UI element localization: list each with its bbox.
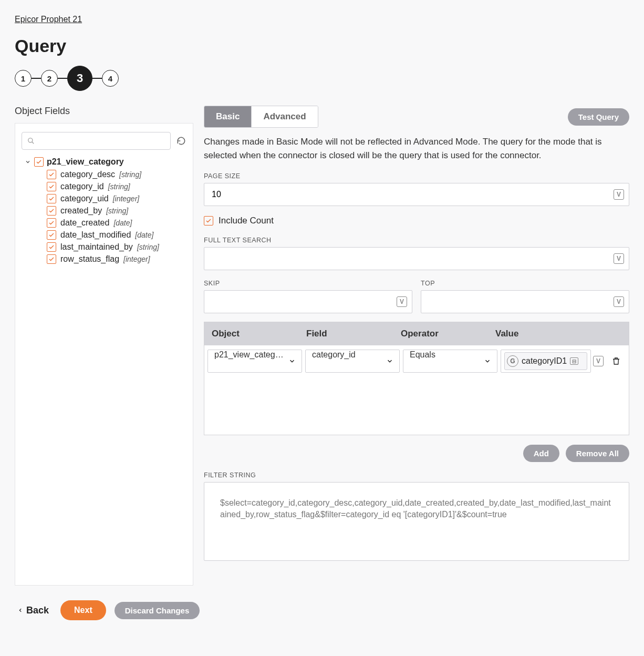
- skip-input[interactable]: [204, 290, 412, 313]
- checkbox-field[interactable]: [47, 254, 56, 264]
- th-field: Field: [299, 322, 393, 345]
- tree-child[interactable]: date_created [date]: [47, 218, 186, 228]
- filter-string-label: FILTER STRING: [204, 472, 629, 479]
- variable-chip-full-text[interactable]: V: [614, 253, 624, 264]
- mode-info-text: Changes made in Basic Mode will not be r…: [204, 135, 629, 162]
- tab-basic[interactable]: Basic: [204, 106, 251, 127]
- filter-field-select[interactable]: category_id: [305, 350, 400, 373]
- tree-child[interactable]: created_by [string]: [47, 206, 186, 216]
- full-text-label: FULL TEXT SEARCH: [204, 237, 629, 244]
- checkbox-field[interactable]: [47, 206, 56, 216]
- field-name: date_created: [60, 218, 109, 228]
- full-text-input[interactable]: [204, 247, 629, 270]
- object-fields-title: Object Fields: [15, 106, 193, 117]
- back-button[interactable]: Back: [15, 601, 52, 620]
- tree-root-label: p21_view_category: [47, 157, 124, 167]
- page-size-label: PAGE SIZE: [204, 172, 629, 180]
- search-input-wrap[interactable]: [22, 132, 171, 150]
- filter-object-select[interactable]: p21_view_catego…: [207, 350, 302, 373]
- chevron-down-icon[interactable]: [25, 159, 31, 165]
- field-name: created_by: [60, 206, 102, 216]
- test-query-button[interactable]: Test Query: [568, 108, 629, 126]
- discard-button[interactable]: Discard Changes: [115, 602, 200, 619]
- tree-child[interactable]: category_uid [integer]: [47, 194, 186, 203]
- trash-icon[interactable]: [611, 356, 621, 366]
- add-button[interactable]: Add: [523, 445, 559, 462]
- mode-tabs: Basic Advanced: [204, 106, 318, 128]
- include-count-label: Include Count: [219, 216, 274, 226]
- checkbox-field[interactable]: [47, 230, 56, 240]
- field-type: [string]: [119, 170, 141, 179]
- filter-value-text: categoryID1: [522, 356, 567, 366]
- tree-child[interactable]: category_desc [string]: [47, 170, 186, 179]
- tab-advanced[interactable]: Advanced: [251, 106, 317, 127]
- field-type: [string]: [137, 243, 159, 251]
- back-label: Back: [26, 605, 49, 616]
- search-input[interactable]: [39, 137, 165, 145]
- field-name: row_status_flag: [60, 254, 119, 264]
- checkbox-field[interactable]: [47, 218, 56, 228]
- field-name: date_last_modified: [60, 230, 131, 240]
- field-name: category_desc: [60, 170, 115, 179]
- expand-icon[interactable]: ⊟: [570, 357, 578, 365]
- checkbox-field[interactable]: [47, 194, 56, 203]
- field-name: category_uid: [60, 194, 109, 203]
- tree-child[interactable]: last_maintained_by [string]: [47, 242, 186, 252]
- refresh-icon[interactable]: [176, 136, 186, 146]
- variable-chip-top[interactable]: V: [614, 296, 624, 307]
- filter-value-input[interactable]: G categoryID1 ⊟: [501, 350, 591, 373]
- th-object: Object: [204, 322, 299, 345]
- chevron-left-icon: [18, 607, 23, 614]
- remove-all-button[interactable]: Remove All: [566, 445, 629, 462]
- variable-chip-skip[interactable]: V: [397, 296, 407, 307]
- global-badge-icon: G: [507, 355, 518, 367]
- search-icon: [27, 137, 35, 145]
- field-name: category_id: [60, 182, 104, 191]
- filter-table: Object Field Operator Value p21_view_cat…: [204, 322, 629, 435]
- include-count-checkbox[interactable]: [204, 216, 213, 226]
- field-type: [date]: [135, 231, 153, 239]
- step-1[interactable]: 1: [15, 70, 32, 87]
- stepper: 1 2 3 4: [15, 66, 629, 91]
- field-type: [date]: [113, 219, 132, 227]
- checkbox-root[interactable]: [34, 157, 44, 167]
- filter-string-box: $select=category_id,category_desc,catego…: [204, 482, 629, 561]
- step-3[interactable]: 3: [67, 66, 92, 91]
- variable-chip-page-size[interactable]: V: [614, 189, 624, 200]
- tree-root[interactable]: p21_view_category: [22, 157, 186, 167]
- svg-point-0: [28, 138, 33, 142]
- checkbox-field[interactable]: [47, 182, 56, 191]
- step-2[interactable]: 2: [41, 70, 58, 87]
- checkbox-field[interactable]: [47, 170, 56, 179]
- filter-row: p21_view_catego… category_id Equals: [207, 350, 626, 373]
- filter-operator-select[interactable]: Equals: [403, 350, 497, 373]
- next-button[interactable]: Next: [60, 600, 106, 620]
- page-size-input[interactable]: [204, 183, 629, 206]
- field-type: [integer]: [113, 194, 140, 203]
- top-label: TOP: [421, 280, 629, 287]
- tree-child[interactable]: row_status_flag [integer]: [47, 254, 186, 264]
- object-fields-panel: p21_view_category category_desc [string]…: [15, 123, 193, 586]
- tree-child[interactable]: category_id [string]: [47, 182, 186, 191]
- breadcrumb[interactable]: Epicor Prophet 21: [15, 15, 82, 24]
- step-4[interactable]: 4: [102, 70, 119, 87]
- tree-child[interactable]: date_last_modified [date]: [47, 230, 186, 240]
- svg-line-1: [32, 142, 34, 144]
- page-title: Query: [15, 36, 629, 56]
- checkbox-field[interactable]: [47, 242, 56, 252]
- field-type: [string]: [108, 182, 130, 191]
- th-operator: Operator: [393, 322, 488, 345]
- skip-label: SKIP: [204, 280, 412, 287]
- variable-chip-filter-value[interactable]: V: [593, 356, 604, 366]
- th-value: Value: [488, 322, 610, 345]
- field-type: [string]: [106, 207, 128, 215]
- field-type: [integer]: [123, 255, 150, 263]
- top-input[interactable]: [421, 290, 629, 313]
- field-tree: p21_view_category category_desc [string]…: [22, 157, 186, 264]
- field-name: last_maintained_by: [60, 242, 133, 252]
